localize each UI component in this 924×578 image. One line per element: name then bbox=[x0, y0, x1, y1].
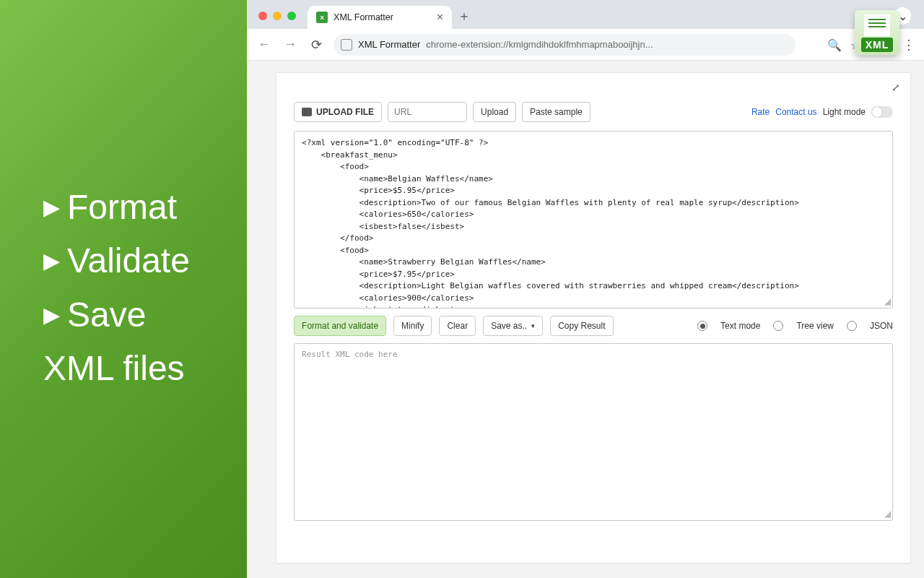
rate-link[interactable]: Rate bbox=[751, 107, 770, 117]
tab-strip: X XML Formatter × ＋ ⌄ bbox=[247, 0, 924, 29]
contact-link[interactable]: Contact us bbox=[775, 107, 816, 117]
action-bar: Format and validate Minify Clear Save as… bbox=[294, 316, 893, 336]
promo-item: ▶Save bbox=[43, 288, 218, 342]
light-mode-label: Light mode bbox=[823, 107, 866, 117]
promo-item: ▶Format bbox=[43, 181, 218, 234]
tab-close-icon[interactable]: × bbox=[437, 11, 443, 24]
browser-tab[interactable]: X XML Formatter × bbox=[308, 6, 452, 29]
copy-result-button[interactable]: Copy Result bbox=[550, 316, 613, 336]
resize-handle-icon[interactable]: ◢ bbox=[884, 296, 891, 306]
promo-panel: ▶Format ▶Validate ▶Save XML files bbox=[0, 0, 247, 578]
browser-menu-icon[interactable]: ⋮ bbox=[902, 37, 915, 53]
window-maximize-icon[interactable] bbox=[287, 12, 296, 20]
browser-window: XML X XML Formatter × ＋ ⌄ ← → ⟳ XML Form… bbox=[247, 0, 924, 578]
nav-back-icon[interactable]: ← bbox=[256, 37, 273, 52]
view-json-radio[interactable] bbox=[847, 321, 857, 331]
promo-item: ▶Validate bbox=[43, 234, 218, 288]
extension-chip-icon bbox=[341, 39, 352, 51]
extension-name: XML Formatter bbox=[358, 39, 420, 50]
omnibox-url: chrome-extension://kmlgmdihdoklfmhmapmab… bbox=[426, 39, 653, 50]
save-as-button[interactable]: Save as.. ▾ bbox=[483, 316, 543, 336]
tab-title: XML Formatter bbox=[334, 12, 393, 22]
tab-favicon-icon: X bbox=[316, 12, 328, 23]
window-minimize-icon[interactable] bbox=[273, 12, 282, 20]
resize-handle-icon[interactable]: ◢ bbox=[884, 509, 891, 519]
result-textarea[interactable]: Result XML code here ◢ bbox=[294, 343, 893, 521]
view-text-radio[interactable] bbox=[697, 321, 707, 331]
new-tab-button[interactable]: ＋ bbox=[458, 7, 471, 25]
view-tree-label: Tree view bbox=[796, 321, 834, 331]
view-tree-radio[interactable] bbox=[773, 321, 783, 331]
top-toolbar: Upload file Upload Paste sample Rate Con… bbox=[294, 102, 893, 122]
chevron-down-icon: ▾ bbox=[531, 322, 535, 329]
expand-icon[interactable]: ⤢ bbox=[892, 82, 900, 93]
paste-sample-button[interactable]: Paste sample bbox=[522, 102, 590, 122]
upload-button[interactable]: Upload bbox=[473, 102, 516, 122]
url-input[interactable] bbox=[388, 102, 467, 122]
window-close-icon[interactable] bbox=[258, 12, 267, 20]
omnibox[interactable]: XML Formatter chrome-extension://kmlgmdi… bbox=[334, 34, 796, 56]
theme-toggle[interactable] bbox=[871, 106, 893, 118]
folder-icon bbox=[302, 108, 312, 116]
xml-input-textarea[interactable]: <?xml version="1.0" encoding="UTF-8" ?> … bbox=[294, 131, 893, 309]
result-placeholder: Result XML code here bbox=[295, 344, 892, 365]
view-text-label: Text mode bbox=[720, 321, 760, 331]
app-card: ⤢ Upload file Upload Paste sample Rate C… bbox=[276, 72, 911, 564]
extension-badge-icon: XML bbox=[855, 10, 899, 55]
zoom-icon[interactable]: 🔍 bbox=[827, 38, 840, 51]
address-bar: ← → ⟳ XML Formatter chrome-extension://k… bbox=[247, 29, 924, 61]
promo-tagline: XML files bbox=[43, 342, 218, 395]
nav-forward-icon: → bbox=[282, 37, 299, 52]
minify-button[interactable]: Minify bbox=[393, 316, 432, 336]
view-json-label: JSON bbox=[870, 321, 893, 331]
upload-file-button[interactable]: Upload file bbox=[294, 102, 382, 122]
nav-reload-icon[interactable]: ⟳ bbox=[308, 37, 325, 53]
clear-button[interactable]: Clear bbox=[439, 316, 476, 336]
format-validate-button[interactable]: Format and validate bbox=[294, 316, 386, 336]
